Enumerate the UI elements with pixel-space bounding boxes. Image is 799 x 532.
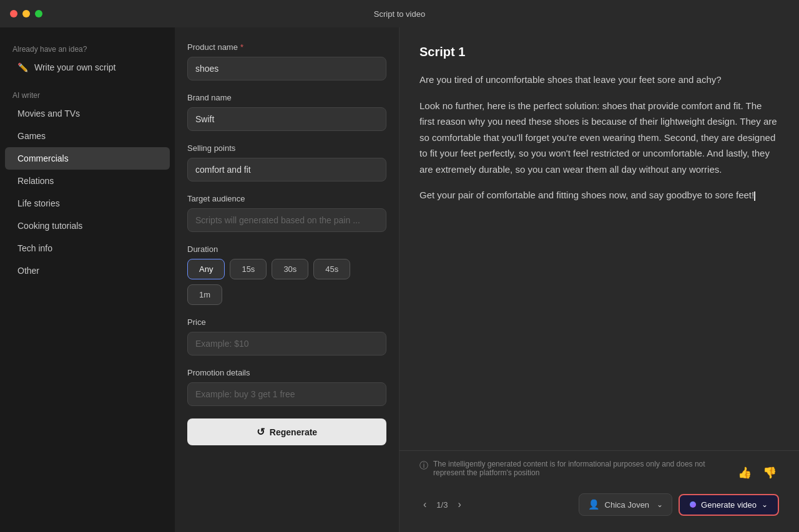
- disclaimer-text: The intelligently generated content is f…: [433, 460, 735, 477]
- script-content: Are you tired of uncomfortable shoes tha…: [419, 72, 779, 450]
- ai-writer-label: AI writer: [0, 86, 175, 102]
- brand-name-input[interactable]: [187, 107, 386, 131]
- thumbs-up-button[interactable]: 👍: [735, 463, 754, 482]
- script-paragraph-2: Look no further, here is the perfect sol…: [419, 98, 779, 178]
- target-audience-input[interactable]: [187, 208, 386, 232]
- voice-selector[interactable]: 👤 Chica Joven ⌄: [579, 493, 673, 516]
- selling-points-label: Selling points: [187, 143, 386, 153]
- duration-15s[interactable]: 15s: [230, 259, 267, 279]
- next-script-button[interactable]: ›: [454, 498, 464, 511]
- duration-any[interactable]: Any: [187, 259, 225, 279]
- person-icon: 👤: [588, 499, 600, 510]
- script-paragraph-1: Are you tired of uncomfortable shoes tha…: [419, 72, 779, 88]
- traffic-lights: [10, 10, 42, 17]
- chevron-right-icon: ›: [458, 499, 461, 510]
- pagination: ‹ 1/3 ›: [419, 498, 465, 511]
- product-name-group: Product name *: [187, 42, 386, 80]
- minimize-button[interactable]: [22, 10, 30, 17]
- fullscreen-button[interactable]: [35, 10, 42, 17]
- voice-label: Chica Joven: [605, 500, 650, 510]
- thumbup-icon: 👍: [738, 467, 752, 479]
- pencil-icon: ✏️: [17, 62, 28, 72]
- duration-45s[interactable]: 45s: [313, 259, 350, 279]
- script-actions: ‹ 1/3 › 👤 Chica Joven ⌄ Generat: [419, 486, 779, 523]
- product-name-label: Product name *: [187, 42, 386, 52]
- commercials-label: Commercials: [17, 153, 69, 163]
- already-have-idea-label: Already have an idea?: [0, 40, 175, 56]
- duration-group: Duration Any 15s 30s 45s 1m: [187, 244, 386, 305]
- sidebar-item-write-own-script[interactable]: ✏️ Write your own script: [5, 56, 170, 79]
- target-audience-group: Target audience: [187, 194, 386, 232]
- thumbs-down-button[interactable]: 👎: [760, 463, 779, 482]
- promotion-input[interactable]: [187, 382, 386, 406]
- script-panel: Script 1 Are you tired of uncomfortable …: [400, 27, 799, 532]
- cooking-label: Cooking tutorials: [17, 221, 82, 231]
- life-stories-label: Life stories: [17, 198, 60, 208]
- target-audience-label: Target audience: [187, 194, 386, 203]
- other-label: Other: [17, 266, 39, 276]
- script-paragraph-3: Get your pair of comfortable and fitting…: [419, 187, 779, 203]
- sidebar-item-relations[interactable]: Relations: [5, 170, 170, 192]
- price-group: Price: [187, 317, 386, 355]
- close-button[interactable]: [10, 10, 17, 17]
- feedback-row: ⓘ The intelligently generated content is…: [419, 460, 779, 486]
- duration-label: Duration: [187, 244, 386, 254]
- brand-name-group: Brand name: [187, 93, 386, 131]
- brand-name-label: Brand name: [187, 93, 386, 102]
- thumbdown-icon: 👎: [763, 467, 777, 479]
- titlebar: Script to video: [0, 0, 799, 27]
- sidebar-item-games[interactable]: Games: [5, 125, 170, 147]
- games-label: Games: [17, 131, 46, 141]
- sidebar-item-other[interactable]: Other: [5, 259, 170, 282]
- disclaimer: ⓘ The intelligently generated content is…: [419, 460, 735, 477]
- chevron-left-icon: ‹: [423, 499, 426, 510]
- sidebar-item-movies[interactable]: Movies and TVs: [5, 102, 170, 125]
- sidebar-item-commercials[interactable]: Commercials: [5, 147, 170, 170]
- pagination-text: 1/3: [436, 500, 448, 510]
- sidebar: Already have an idea? ✏️ Write your own …: [0, 27, 175, 532]
- duration-1m[interactable]: 1m: [187, 284, 222, 305]
- generate-label: Generate video: [701, 500, 757, 510]
- sidebar-item-cooking[interactable]: Cooking tutorials: [5, 215, 170, 237]
- window-title: Script to video: [374, 9, 425, 19]
- regenerate-button[interactable]: ↺ Regenerate: [187, 418, 386, 445]
- duration-buttons: Any 15s 30s 45s 1m: [187, 259, 386, 305]
- movies-label: Movies and TVs: [17, 109, 80, 118]
- feedback-icons: 👍 👎: [735, 463, 779, 482]
- duration-30s[interactable]: 30s: [272, 259, 308, 279]
- cursor-blink: [754, 191, 755, 201]
- sidebar-item-tech[interactable]: Tech info: [5, 237, 170, 259]
- script-footer: ⓘ The intelligently generated content is…: [400, 450, 799, 532]
- product-name-input[interactable]: [187, 57, 386, 80]
- selling-points-input[interactable]: [187, 158, 386, 181]
- generate-dot-icon: [690, 501, 696, 508]
- tech-label: Tech info: [17, 243, 52, 253]
- form-panel: Product name * Brand name Selling points…: [175, 27, 400, 532]
- price-input[interactable]: [187, 332, 386, 355]
- promotion-label: Promotion details: [187, 368, 386, 377]
- required-marker: *: [240, 42, 243, 52]
- main-layout: Already have an idea? ✏️ Write your own …: [0, 27, 799, 532]
- regenerate-label: Regenerate: [270, 427, 317, 437]
- info-icon: ⓘ: [419, 460, 428, 472]
- refresh-icon: ↺: [257, 426, 265, 438]
- script-title: Script 1: [419, 45, 779, 59]
- price-label: Price: [187, 317, 386, 327]
- promotion-group: Promotion details: [187, 368, 386, 406]
- sidebar-item-life-stories[interactable]: Life stories: [5, 192, 170, 215]
- generate-video-button[interactable]: Generate video ⌄: [679, 494, 779, 516]
- generate-chevron-icon: ⌄: [762, 500, 768, 509]
- write-own-script-label: Write your own script: [34, 62, 115, 72]
- selling-points-group: Selling points: [187, 143, 386, 181]
- voice-chevron-icon: ⌄: [657, 500, 663, 509]
- action-buttons: 👤 Chica Joven ⌄ Generate video ⌄: [579, 493, 779, 516]
- prev-script-button[interactable]: ‹: [419, 498, 430, 511]
- relations-label: Relations: [17, 176, 54, 186]
